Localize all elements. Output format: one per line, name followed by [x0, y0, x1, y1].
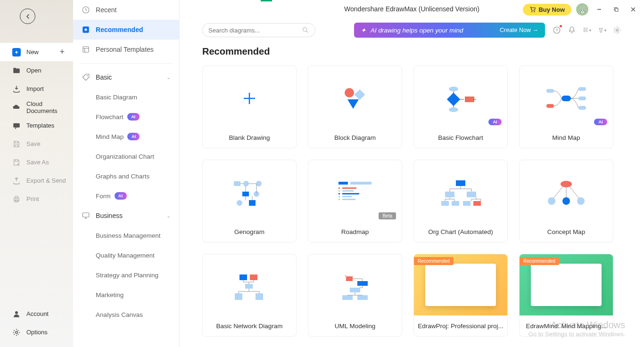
sidebar-item-options[interactable]: Options — [0, 323, 73, 341]
svg-rect-23 — [355, 89, 365, 100]
category-sub-mind-map[interactable]: Mind MapAI — [73, 127, 179, 146]
template-card-concept-map[interactable]: Concept Map — [519, 160, 613, 242]
help-button[interactable]: ? — [553, 26, 561, 34]
close-button[interactable] — [627, 3, 639, 16]
template-card-uml-modeling[interactable]: UML Modeling — [308, 254, 402, 337]
sub-label: Basic Diagram — [96, 94, 137, 101]
svg-rect-2 — [14, 198, 19, 201]
template-card-edrawmind-mind-mapping[interactable]: RecommendedEdrawMind: Mind Mapping... — [519, 254, 613, 337]
svg-rect-44 — [339, 187, 340, 189]
svg-point-40 — [237, 200, 242, 206]
notifications-button[interactable] — [568, 26, 576, 34]
recommended-badge: Recommended — [520, 257, 559, 265]
settings-button[interactable] — [613, 26, 621, 34]
svg-rect-3 — [15, 196, 18, 198]
template-card-basic-flowchart[interactable]: AIBasic Flowchart — [413, 65, 508, 148]
card-preview — [312, 258, 398, 315]
template-card-edrawproj-professional-proj[interactable]: RecommendedEdrawProj: Professional proj.… — [413, 254, 508, 337]
buy-now-label: Buy Now — [538, 6, 565, 13]
category-item-recommended[interactable]: Recommended — [73, 20, 179, 40]
ai-banner-text: AI drawing helps open your mind — [371, 27, 463, 34]
buy-now-button[interactable]: Buy Now — [523, 4, 571, 16]
group-label: Business — [96, 212, 123, 219]
svg-rect-59 — [463, 201, 471, 206]
maximize-button[interactable] — [610, 3, 622, 16]
sidebar-item-label: New — [26, 48, 39, 56]
category-sub-marketing[interactable]: Marketing — [73, 285, 179, 305]
sidebar-item-import[interactable]: Import — [0, 80, 73, 98]
ai-banner[interactable]: ✦ AI drawing helps open your mind Create… — [354, 23, 545, 38]
category-sub-graphs-and-charts[interactable]: Graphs and Charts — [73, 166, 179, 186]
svg-point-25 — [449, 87, 458, 91]
minimize-button[interactable] — [593, 3, 605, 16]
category-sub-strategy-and-planning[interactable]: Strategy and Planning — [73, 265, 179, 285]
back-button[interactable] — [20, 8, 35, 24]
category-group-business[interactable]: Business⌄ — [73, 206, 179, 226]
apps-button[interactable]: ▾ — [583, 26, 591, 34]
sidebar-item-export-&-send[interactable]: Export & Send — [0, 171, 73, 190]
add-icon[interactable]: + — [60, 47, 65, 57]
sub-label: Analysis Canvas — [96, 311, 143, 318]
svg-point-28 — [449, 107, 458, 112]
category-sub-quality-management[interactable]: Quality Management — [73, 245, 179, 265]
sidebar-item-label: Export & Send — [26, 177, 66, 184]
svg-rect-29 — [561, 96, 571, 101]
sidebar-item-new[interactable]: New+ — [0, 43, 73, 61]
sidebar-item-cloud-documents[interactable]: Cloud Documents — [0, 98, 73, 116]
search-box[interactable] — [202, 23, 315, 37]
template-card-genogram[interactable]: Genogram — [202, 160, 297, 242]
card-label: Block Diagram — [308, 127, 402, 148]
category-item-recent[interactable]: Recent — [73, 0, 179, 20]
shirt-icon — [598, 26, 604, 34]
sidebar-item-templates[interactable]: Templates — [0, 116, 73, 135]
sidebar-item-print[interactable]: Print — [0, 190, 73, 208]
category-sub-basic-diagram[interactable]: Basic Diagram — [73, 87, 179, 107]
svg-marker-24 — [347, 99, 359, 109]
svg-rect-20 — [586, 31, 587, 32]
category-sub-organizational-chart[interactable]: Organizational Chart — [73, 146, 179, 166]
plus-square-icon — [12, 48, 21, 56]
svg-rect-35 — [234, 181, 240, 186]
category-group-basic[interactable]: Basic⌄ — [73, 67, 179, 87]
folder-icon — [12, 66, 21, 75]
svg-rect-1 — [13, 123, 20, 127]
card-preview: Beta — [312, 164, 398, 221]
template-card-mind-map[interactable]: AIMind Map — [519, 65, 613, 148]
sidebar-item-save[interactable]: Save — [0, 135, 73, 153]
toolbar: ✦ AI drawing helps open your mind Create… — [180, 19, 644, 41]
theme-button[interactable]: ▾ — [598, 26, 606, 34]
sub-label: Flowchart — [96, 113, 124, 121]
minimize-icon — [596, 7, 602, 12]
avatar[interactable]: 🐰 — [576, 3, 588, 16]
template-card-block-diagram[interactable]: Block Diagram — [308, 65, 402, 148]
card-label: Basic Network Diagram — [203, 315, 296, 336]
category-sub-analysis-canvas[interactable]: Analysis Canvas — [73, 305, 179, 324]
category-sub-business-management[interactable]: Business Management — [73, 226, 179, 245]
svg-point-6 — [16, 331, 18, 333]
ai-badge: AI — [115, 192, 127, 200]
maximize-icon — [613, 7, 619, 12]
chat-icon — [12, 121, 21, 130]
category-sub-flowchart[interactable]: FlowchartAI — [73, 107, 179, 127]
card-preview — [206, 70, 292, 127]
template-card-org-chart-(automated)[interactable]: Org Chart (Automated) — [413, 160, 508, 242]
card-label: Org Chart (Automated) — [414, 221, 507, 242]
card-preview — [312, 70, 398, 127]
svg-point-14 — [303, 28, 307, 32]
category-item-personal-templates[interactable]: Personal Templates — [73, 40, 179, 59]
card-label: EdrawMind: Mind Mapping... — [520, 315, 613, 336]
sidebar-item-account[interactable]: Account — [0, 305, 73, 323]
sidebar-item-save-as[interactable]: Save As — [0, 153, 73, 171]
search-icon — [302, 26, 309, 34]
svg-rect-57 — [441, 201, 449, 206]
card-label: Mind Map — [520, 127, 613, 148]
search-input[interactable] — [208, 27, 302, 34]
svg-rect-58 — [452, 201, 459, 206]
svg-rect-18 — [586, 28, 587, 30]
template-card-blank-drawing[interactable]: Blank Drawing — [202, 65, 297, 148]
card-label: Basic Flowchart — [414, 127, 507, 148]
sidebar-item-open[interactable]: Open — [0, 61, 73, 80]
template-card-roadmap[interactable]: BetaRoadmap — [308, 160, 402, 242]
category-sub-form[interactable]: FormAI — [73, 186, 179, 206]
template-card-basic-network-diagram[interactable]: Basic Network Diagram — [202, 254, 297, 337]
